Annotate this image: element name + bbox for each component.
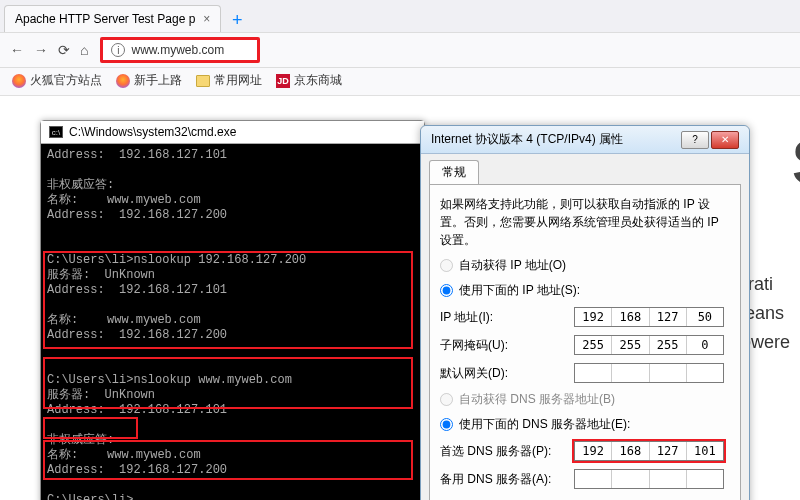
close-button[interactable]: ✕	[711, 131, 739, 149]
radio-auto-dns: 自动获得 DNS 服务器地址(B)	[440, 391, 730, 408]
subnet-mask-input[interactable]: 2552552550	[574, 335, 724, 355]
home-button[interactable]: ⌂	[80, 42, 88, 58]
label-dns1: 首选 DNS 服务器(P):	[440, 443, 568, 460]
back-button[interactable]: ←	[10, 42, 24, 58]
dialog-tabs: 常规	[429, 160, 741, 184]
radio-label: 使用下面的 IP 地址(S):	[459, 282, 580, 299]
reload-button[interactable]: ⟳	[58, 42, 70, 58]
cmd-output[interactable]: Address: 192.168.127.101 非权威应答: 名称: www.…	[41, 144, 424, 500]
label-mask: 子网掩码(U):	[440, 337, 568, 354]
bookmark-label: 新手上路	[134, 72, 182, 89]
bookmark-label: 火狐官方站点	[30, 72, 102, 89]
info-icon[interactable]: i	[111, 43, 125, 57]
gateway-input[interactable]	[574, 363, 724, 383]
dialog-title: Internet 协议版本 4 (TCP/IPv4) 属性	[431, 131, 623, 148]
label-ip: IP 地址(I):	[440, 309, 568, 326]
radio-label: 使用下面的 DNS 服务器地址(E):	[459, 416, 630, 433]
label-gateway: 默认网关(D):	[440, 365, 568, 382]
dns1-input[interactable]: 192168127101	[574, 441, 724, 461]
bookmark-common[interactable]: 常用网址	[196, 72, 262, 89]
cmd-text: Address: 192.168.127.101 非权威应答: 名称: www.…	[47, 148, 306, 500]
firefox-icon	[116, 74, 130, 88]
radio-label: 自动获得 DNS 服务器地址(B)	[459, 391, 615, 408]
radio-manual-dns[interactable]: 使用下面的 DNS 服务器地址(E):	[440, 416, 730, 433]
tab-general[interactable]: 常规	[429, 160, 479, 184]
cmd-icon: c:\	[49, 126, 63, 138]
cmd-title: C:\Windows\system32\cmd.exe	[69, 125, 236, 139]
ip-address-input[interactable]: 19216812750	[574, 307, 724, 327]
dns2-input[interactable]	[574, 469, 724, 489]
radio-auto-ip[interactable]: 自动获得 IP 地址(O)	[440, 257, 730, 274]
dialog-titlebar[interactable]: Internet 协议版本 4 (TCP/IPv4) 属性 ? ✕	[421, 126, 749, 154]
browser-tab[interactable]: Apache HTTP Server Test Page p ×	[4, 5, 221, 32]
url-input[interactable]: i www.myweb.com	[100, 37, 260, 63]
bookmark-label: 常用网址	[214, 72, 262, 89]
page-heading-fragment: stin	[792, 110, 801, 202]
radio-manual-ip[interactable]: 使用下面的 IP 地址(S):	[440, 282, 730, 299]
forward-button[interactable]: →	[34, 42, 48, 58]
dialog-hint: 如果网络支持此功能，则可以获取自动指派的 IP 设置。否则，您需要从网络系统管理…	[440, 195, 730, 249]
url-text: www.myweb.com	[131, 43, 224, 57]
tcpip-dialog: Internet 协议版本 4 (TCP/IPv4) 属性 ? ✕ 常规 如果网…	[420, 125, 750, 500]
radio-label: 自动获得 IP 地址(O)	[459, 257, 566, 274]
jd-icon: JD	[276, 74, 290, 88]
folder-icon	[196, 75, 210, 87]
tab-bar: Apache HTTP Server Test Page p × +	[0, 0, 800, 32]
close-icon[interactable]: ×	[203, 12, 210, 26]
bookmarks-bar: 火狐官方站点 新手上路 常用网址 JD京东商城	[0, 68, 800, 96]
bookmark-getting-started[interactable]: 新手上路	[116, 72, 182, 89]
firefox-icon	[12, 74, 26, 88]
browser-chrome: Apache HTTP Server Test Page p × + ← → ⟳…	[0, 0, 800, 96]
help-button[interactable]: ?	[681, 131, 709, 149]
toolbar: ← → ⟳ ⌂ i www.myweb.com	[0, 32, 800, 68]
bookmark-label: 京东商城	[294, 72, 342, 89]
cmd-titlebar[interactable]: c:\ C:\Windows\system32\cmd.exe	[41, 121, 424, 144]
cmd-window: c:\ C:\Windows\system32\cmd.exe Address:…	[40, 120, 425, 500]
tab-title: Apache HTTP Server Test Page p	[15, 12, 195, 26]
new-tab-button[interactable]: +	[223, 8, 251, 32]
dialog-body: 如果网络支持此功能，则可以获取自动指派的 IP 设置。否则，您需要从网络系统管理…	[429, 184, 741, 500]
bookmark-firefox[interactable]: 火狐官方站点	[12, 72, 102, 89]
bookmark-jd[interactable]: JD京东商城	[276, 72, 342, 89]
label-dns2: 备用 DNS 服务器(A):	[440, 471, 568, 488]
